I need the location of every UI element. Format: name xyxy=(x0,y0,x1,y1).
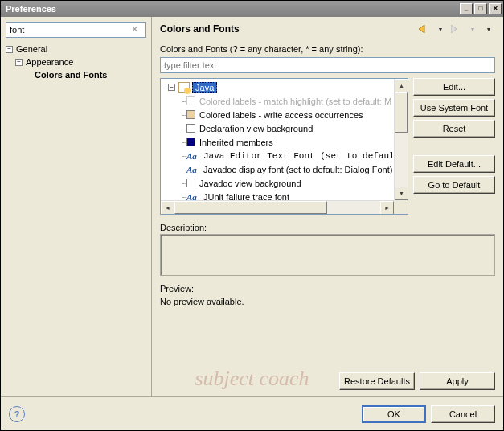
item-label: Colored labels - write access occurrence… xyxy=(199,110,363,120)
item-label: Declaration view background xyxy=(199,124,313,133)
colors-fonts-filter-input[interactable] xyxy=(160,57,495,73)
titlebar: Preferences _ □ ✕ xyxy=(1,1,503,17)
item-label: Javadoc display font (set to default: Di… xyxy=(203,165,392,174)
scroll-right-icon[interactable]: ► xyxy=(380,201,394,215)
close-button[interactable]: ✕ xyxy=(489,3,502,14)
forward-icon xyxy=(450,23,463,35)
page-footer-buttons: Restore Defaults Apply xyxy=(160,364,495,390)
horizontal-scrollbar[interactable]: ◄ ► xyxy=(161,200,394,214)
window-title: Preferences xyxy=(2,4,458,14)
tree-label: Colors and Fonts xyxy=(35,70,107,80)
list-item[interactable]: ····AaJava Editor Text Font (set to defa… xyxy=(162,149,406,162)
color-swatch-icon xyxy=(186,179,195,187)
maximize-button[interactable]: □ xyxy=(474,3,487,14)
tree-node-general[interactable]: − General xyxy=(6,43,146,55)
scroll-down-icon[interactable]: ▼ xyxy=(395,187,408,200)
list-item[interactable]: ····Declaration view background xyxy=(162,121,406,135)
item-label: Java Editor Text Font (set to default: xyxy=(203,151,405,161)
minimize-button[interactable]: _ xyxy=(460,3,473,14)
edit-default-button[interactable]: Edit Default... xyxy=(413,155,495,173)
color-swatch-icon xyxy=(186,110,195,119)
scroll-up-icon[interactable]: ▲ xyxy=(395,79,408,92)
filter-label: Colors and Fonts (? = any character, * =… xyxy=(160,44,495,54)
color-swatch-icon xyxy=(186,138,195,146)
collapse-icon[interactable]: − xyxy=(168,84,175,91)
font-icon: Aa xyxy=(186,165,199,174)
page-panel: Colors and Fonts ▼ ▼ ▼ Colors and Fonts … xyxy=(152,17,503,396)
preference-filter-input[interactable] xyxy=(10,25,131,35)
description-label: Description: xyxy=(160,223,495,232)
tree-label: General xyxy=(16,44,47,54)
page-title: Colors and Fonts xyxy=(160,23,415,35)
restore-defaults-button[interactable]: Restore Defaults xyxy=(339,372,415,390)
color-swatch-icon xyxy=(186,96,195,105)
preview-label: Preview: xyxy=(160,284,495,293)
list-item[interactable]: ····Inherited members xyxy=(162,135,406,149)
help-icon[interactable]: ? xyxy=(9,406,25,422)
colors-fonts-tree[interactable]: ·· − Java ····Colored labels - match hig… xyxy=(160,78,408,215)
item-label: Javadoc view background xyxy=(199,179,301,188)
tree-label: Appearance xyxy=(26,57,73,67)
list-item[interactable]: ····AaJavadoc display font (set to defau… xyxy=(162,162,406,176)
scroll-corner xyxy=(394,200,408,214)
clear-filter-icon[interactable]: ✕ xyxy=(131,24,142,35)
back-icon[interactable] xyxy=(418,23,431,35)
tree-label-selected: Java xyxy=(192,82,217,93)
back-menu-icon[interactable]: ▼ xyxy=(434,23,447,35)
page-header: Colors and Fonts ▼ ▼ ▼ xyxy=(160,23,495,35)
preference-tree: − General − Appearance Colors and Fonts xyxy=(6,43,146,81)
list-item[interactable]: ····Colored labels - match highlight (se… xyxy=(162,94,406,108)
preview-value: No preview available. xyxy=(160,297,495,306)
collapse-icon[interactable]: − xyxy=(15,59,23,66)
ok-button[interactable]: OK xyxy=(362,405,426,423)
list-item[interactable]: ····Colored labels - write access occurr… xyxy=(162,108,406,121)
font-icon: Aa xyxy=(186,151,199,161)
go-to-default-button[interactable]: Go to Default xyxy=(413,176,495,194)
description-box xyxy=(160,234,495,276)
item-label: Colored labels - match highlight (set to… xyxy=(199,96,391,106)
forward-menu-icon: ▼ xyxy=(466,23,479,35)
tree-node-colors-fonts[interactable]: Colors and Fonts xyxy=(35,68,146,81)
content-area: ✕ − General − Appearance Colors and Font… xyxy=(1,17,503,396)
use-system-font-button[interactable]: Use System Font xyxy=(413,99,495,117)
scroll-thumb[interactable] xyxy=(174,201,327,214)
main-row: ·· − Java ····Colored labels - match hig… xyxy=(160,78,495,215)
collapse-icon[interactable]: − xyxy=(6,46,13,53)
reset-button[interactable]: Reset xyxy=(413,120,495,138)
list-item[interactable]: ····Javadoc view background xyxy=(162,176,406,190)
navigator-panel: ✕ − General − Appearance Colors and Font… xyxy=(1,17,152,396)
scroll-thumb[interactable] xyxy=(395,92,408,133)
vertical-scrollbar[interactable]: ▲ ▼ xyxy=(394,79,408,200)
edit-button[interactable]: Edit... xyxy=(413,78,495,96)
folder-icon xyxy=(178,82,190,93)
scroll-left-icon[interactable]: ◄ xyxy=(161,201,174,215)
item-label: Inherited members xyxy=(199,138,273,147)
cancel-button[interactable]: Cancel xyxy=(431,405,495,423)
view-menu-icon[interactable]: ▼ xyxy=(482,23,495,35)
apply-button[interactable]: Apply xyxy=(420,372,495,390)
preference-filter[interactable]: ✕ xyxy=(6,22,146,38)
color-swatch-icon xyxy=(186,124,195,133)
tree-node-java[interactable]: ·· − Java xyxy=(162,80,406,94)
action-buttons: Edit... Use System Font Reset Edit Defau… xyxy=(413,78,495,215)
dialog-footer: ? OK Cancel xyxy=(1,396,503,430)
tree-node-appearance[interactable]: − Appearance xyxy=(15,55,146,68)
